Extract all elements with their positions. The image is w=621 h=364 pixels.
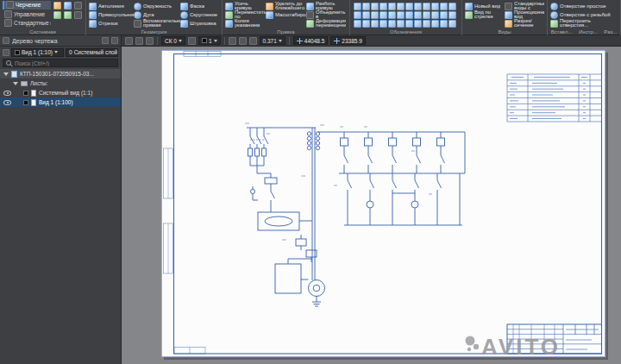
cursor-y-field[interactable]: 23385.9 (330, 36, 366, 45)
notation-tool-icon[interactable] (405, 11, 413, 19)
btn-deform-move[interactable]: Деформация перемещением (306, 19, 346, 28)
cursor-x-field[interactable]: 44048.5 (293, 36, 329, 45)
btn-move-by-coords[interactable]: Переместить по координатам (225, 10, 266, 19)
btn-construction-line[interactable]: Вспомогательная прямая (134, 19, 180, 28)
notation-tool-icon[interactable] (354, 3, 361, 10)
tree-search-input[interactable] (15, 60, 115, 66)
redo-icon[interactable] (64, 11, 72, 19)
btn-section-view[interactable]: Разрез/сечение (505, 19, 544, 28)
notation-tool-icon[interactable] (431, 11, 439, 19)
tree-collapse-icon[interactable] (111, 37, 118, 44)
btn-new-view[interactable]: Новый вид (465, 2, 505, 10)
current-layer-select[interactable]: 0 Системный слой (66, 48, 118, 57)
notation-tool-icon[interactable] (380, 3, 387, 10)
tree-row-sheets[interactable]: Листы: (0, 78, 121, 88)
notation-tool-icon[interactable] (354, 11, 361, 19)
coordinate-system-select[interactable]: СК 0 (161, 36, 185, 45)
dock-icon[interactable] (3, 37, 9, 44)
btn-segment[interactable]: Отрезок (89, 19, 134, 28)
tab-standard-parts[interactable]: Стандартные изделия (3, 19, 51, 28)
layer-select[interactable]: 1 (198, 36, 221, 45)
btn-arrow-view[interactable]: Вид по стрелке (465, 10, 505, 19)
notation-tool-icon[interactable] (371, 20, 379, 28)
notation-tool-icon[interactable] (397, 20, 405, 28)
undo-icon[interactable] (53, 11, 61, 19)
notation-tool-icon[interactable] (354, 20, 361, 28)
btn-copy-by-point[interactable]: Копия указанием (225, 19, 266, 28)
btn-threaded-hole[interactable]: Отверстие с резьбой (550, 10, 618, 19)
btn-fillet[interactable]: Скругление (180, 10, 218, 19)
notation-tool-icon[interactable] (431, 3, 439, 10)
notation-tool-icon[interactable] (414, 3, 422, 10)
notation-tool-icon[interactable] (362, 3, 370, 10)
notation-tool-icon[interactable] (388, 20, 396, 28)
projection-view-icon (505, 11, 512, 19)
notation-tool-icon[interactable] (423, 11, 430, 19)
notation-tool-icon[interactable] (405, 3, 413, 10)
rotate-icon[interactable] (146, 37, 154, 45)
section-view-icon (505, 20, 512, 28)
btn-autoline[interactable]: Автолиния (89, 2, 134, 10)
tree-row-view1[interactable]: Вид 1 (1:100) (0, 97, 121, 107)
expander-icon[interactable] (13, 82, 18, 85)
expander-icon[interactable] (3, 72, 9, 76)
notation-tool-icon[interactable] (423, 20, 430, 28)
drawing-canvas[interactable]: AVITO (122, 47, 621, 364)
notation-tool-icon[interactable] (440, 20, 448, 28)
notation-tool-icon[interactable] (362, 11, 370, 19)
zoom-out-icon[interactable] (239, 37, 247, 45)
zoom-in-icon[interactable] (229, 37, 236, 45)
notation-tool-icon[interactable] (388, 11, 396, 19)
save-icon[interactable] (64, 2, 72, 9)
btn-trim-curve[interactable]: Усечь кривую (225, 2, 266, 10)
tab-management[interactable]: Управление (3, 10, 51, 19)
btn-delete-to-nearest[interactable]: Удалить до ближайшего (266, 2, 306, 10)
btn-standard-views[interactable]: Стандартные виды с модели... (505, 2, 544, 10)
btn-circle[interactable]: Окружность (134, 2, 180, 10)
notation-tool-icon[interactable] (414, 20, 422, 28)
btn-rectangle[interactable]: Прямоугольник (89, 10, 134, 19)
notation-tool-icon[interactable] (423, 3, 430, 10)
visibility-eye-icon[interactable] (3, 91, 11, 96)
open-icon[interactable] (53, 2, 61, 9)
notation-tool-icon[interactable] (371, 3, 379, 10)
notation-tool-icon[interactable] (448, 20, 456, 28)
tree-row-document[interactable]: КТП-150301-072050915-03... (0, 69, 121, 78)
properties-icon[interactable] (74, 11, 82, 19)
btn-rebuild-holes[interactable]: Перестроить отверстия... (550, 19, 618, 28)
tree-row-system-view[interactable]: Системный вид (1:1) (0, 88, 121, 97)
notation-tool-icon[interactable] (405, 20, 413, 28)
notation-tool-icon[interactable] (448, 11, 456, 19)
print-icon[interactable] (74, 2, 82, 9)
notation-tool-icon[interactable] (371, 11, 379, 19)
notation-tool-icon[interactable] (397, 11, 405, 19)
grid-icon[interactable] (188, 37, 196, 45)
current-view-select[interactable]: Вид 1 (1:10) (11, 48, 64, 57)
notation-tool-icon[interactable] (440, 11, 448, 19)
btn-hatch[interactable]: Штриховка (180, 19, 218, 28)
notation-tool-icon[interactable] (388, 3, 396, 10)
notation-tool-icon[interactable] (380, 11, 387, 19)
notation-tool-icon[interactable] (380, 20, 387, 28)
tree-menu-icon[interactable] (102, 37, 109, 44)
notation-tool-icon[interactable] (362, 20, 370, 28)
btn-chamfer[interactable]: Фаска (180, 2, 218, 10)
btn-split-curve[interactable]: Разбить кривую (306, 2, 346, 10)
notation-tool-icon[interactable] (448, 3, 456, 10)
zoom-fit-icon[interactable] (249, 37, 257, 45)
visibility-eye-icon[interactable] (3, 100, 11, 105)
btn-combine-macro[interactable]: Объединить в макроэлемент (306, 10, 346, 19)
btn-projection-view[interactable]: Проекционный вид (505, 10, 544, 19)
notation-tool-icon[interactable] (397, 3, 405, 10)
btn-arc[interactable]: Дуга (134, 10, 180, 19)
btn-scale[interactable]: Масштабиров... (266, 10, 306, 19)
zoom-level-select[interactable]: 0.371 (260, 36, 285, 45)
notation-tool-icon[interactable] (414, 11, 422, 19)
current-view-icon[interactable] (3, 49, 9, 56)
notation-tool-icon[interactable] (440, 3, 448, 10)
btn-simple-hole[interactable]: Отверстие простое (550, 2, 618, 10)
tab-drawing[interactable]: Черчение (3, 1, 51, 9)
notation-tool-icon[interactable] (431, 20, 439, 28)
refresh-view-icon[interactable] (125, 37, 133, 45)
pan-icon[interactable] (135, 37, 143, 45)
